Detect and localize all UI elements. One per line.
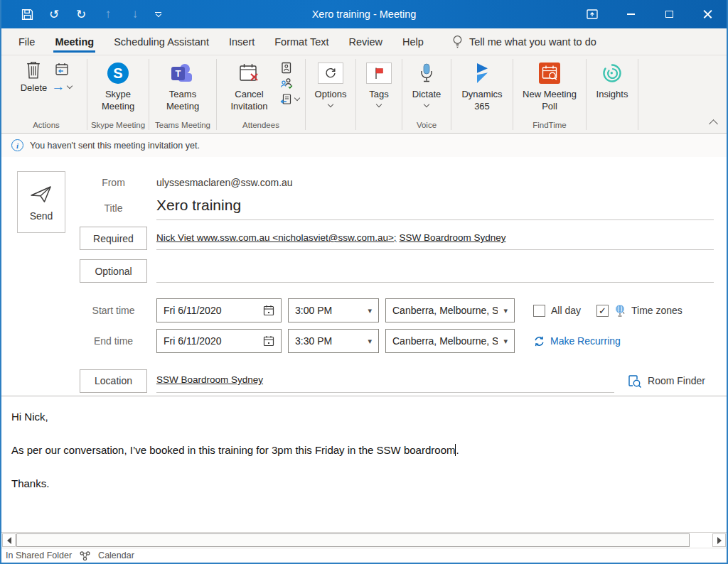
forward-button[interactable]: → [51, 81, 72, 92]
chevron-down-icon [424, 102, 429, 107]
end-time-value: 3:30 PM [295, 335, 332, 347]
skype-meeting-button[interactable]: S Skype Meeting [97, 60, 139, 119]
scroll-left-button[interactable] [2, 533, 16, 547]
tab-meeting[interactable]: Meeting [45, 28, 104, 55]
globe-icon [614, 304, 626, 317]
insights-button[interactable]: Insights [594, 60, 631, 119]
calendar-picker-icon[interactable] [263, 305, 274, 316]
close-button[interactable] [688, 0, 727, 28]
end-time-dropdown[interactable]: 3:30 PM ▾ [288, 329, 379, 353]
trash-icon [25, 60, 42, 80]
attendee-link[interactable]: Nick Viet www.ssw.com.au <nicholasviet@s… [156, 232, 397, 243]
calendar-status[interactable]: Calendar [98, 551, 134, 560]
start-time-dropdown[interactable]: 3:00 PM ▾ [288, 298, 379, 322]
all-day-checkbox[interactable]: All day [533, 305, 581, 317]
group-label-findtime: FindTime [513, 119, 586, 133]
body-closing: Thanks. [11, 477, 717, 489]
minimize-button[interactable] [611, 0, 650, 28]
tab-review[interactable]: Review [339, 28, 393, 55]
title-label: Title [80, 202, 147, 214]
ribbon-group-dynamics: Dynamics 365 [451, 55, 513, 133]
optional-button[interactable]: Optional [80, 259, 147, 283]
attendee-link[interactable]: SSW Boardroom Sydney [399, 232, 505, 243]
room-finder-icon [627, 374, 642, 389]
microphone-icon [419, 61, 434, 85]
ribbon-group-actions: Delete → Actions [6, 55, 87, 133]
tab-insert[interactable]: Insert [219, 28, 264, 55]
address-book-icon[interactable] [280, 62, 299, 74]
location-input[interactable]: SSW Boardroom Sydney [156, 369, 614, 393]
start-date-picker[interactable]: Fri 6/11/2020 [156, 298, 282, 322]
dictate-label: Dictate [412, 89, 441, 101]
group-label-skype: Skype Meeting [87, 119, 149, 133]
start-time-value: 3:00 PM [295, 305, 332, 316]
save-icon[interactable] [20, 7, 34, 21]
options-sync-icon [318, 63, 343, 84]
location-link[interactable]: SSW Boardroom Sydney [156, 374, 263, 385]
collapse-ribbon-icon[interactable] [709, 119, 718, 129]
horizontal-scrollbar[interactable] [1, 532, 727, 548]
ribbon-display-options-button[interactable] [573, 0, 611, 28]
group-label-attendees: Attendees [217, 119, 305, 133]
skype-meeting-label: Skype Meeting [100, 89, 136, 113]
dynamics-365-button[interactable]: Dynamics 365 [456, 60, 508, 119]
send-plane-icon [28, 183, 54, 205]
new-meeting-poll-button[interactable]: New Meeting Poll [519, 60, 580, 119]
room-finder-button[interactable]: Room Finder [627, 374, 714, 389]
end-timezone-dropdown[interactable]: Canberra, Melbourne, S ▾ [385, 329, 515, 353]
ribbon-group-voice: Dictate Voice [402, 55, 451, 133]
message-body[interactable]: Hi Nick, As per our conversation, I’ve b… [1, 396, 727, 532]
start-timezone-dropdown[interactable]: Canberra, Melbourne, S ▾ [385, 298, 515, 322]
scroll-right-button[interactable] [712, 533, 726, 547]
ribbon-separator [638, 59, 638, 130]
copy-to-calendar-icon[interactable] [55, 63, 69, 76]
chevron-down-icon [294, 95, 299, 101]
window-controls [573, 0, 727, 28]
tab-format-text[interactable]: Format Text [264, 28, 338, 55]
tell-me-box[interactable]: Tell me what you want to do [452, 28, 596, 55]
cancel-invitation-icon [238, 61, 261, 85]
tab-file[interactable]: File [9, 28, 45, 55]
options-button[interactable]: Options [312, 60, 350, 119]
tab-scheduling-assistant[interactable]: Scheduling Assistant [104, 28, 219, 55]
customize-quick-access-icon[interactable] [155, 12, 161, 17]
dictate-button[interactable]: Dictate [410, 60, 444, 119]
group-label-voice: Voice [402, 119, 451, 133]
title-input[interactable]: Xero training [156, 195, 714, 220]
required-button[interactable]: Required [80, 227, 147, 250]
make-recurring-button[interactable]: Make Recurring [533, 335, 621, 347]
chevron-down-icon [67, 82, 73, 88]
body-greeting: Hi Nick, [11, 411, 717, 423]
tags-button[interactable]: Tags [363, 60, 395, 119]
forward-arrow-icon: → [51, 81, 65, 92]
info-text: You haven't sent this meeting invitation… [30, 141, 200, 151]
skype-icon: S [107, 63, 129, 84]
delete-button[interactable]: Delete [21, 60, 48, 119]
required-input[interactable]: Nick Viet www.ssw.com.au <nicholasviet@s… [156, 227, 714, 250]
time-zones-checkbox[interactable]: ✓ Time zones [596, 304, 682, 317]
ribbon-group-insights: Insights [587, 55, 638, 133]
redo-icon[interactable]: ↻ [74, 7, 88, 21]
from-value[interactable]: ulyssesmaclaren@ssw.com.au [156, 177, 714, 188]
undo-icon[interactable]: ↺ [47, 7, 61, 21]
checkbox-unchecked[interactable] [533, 305, 545, 317]
chevron-down-icon [328, 102, 333, 107]
ribbon-group-tags: Tags [356, 55, 402, 133]
all-day-label: All day [551, 305, 581, 316]
send-button[interactable]: Send [17, 171, 65, 233]
chevron-down-icon: ▾ [368, 306, 372, 315]
end-date-picker[interactable]: Fri 6/11/2020 [156, 329, 282, 353]
calendar-picker-icon[interactable] [263, 335, 274, 347]
request-responses-icon[interactable] [280, 77, 299, 90]
optional-input[interactable] [156, 259, 714, 283]
tab-help[interactable]: Help [392, 28, 434, 55]
location-button[interactable]: Location [80, 369, 147, 393]
title-row: Title Xero training [80, 195, 714, 220]
response-options-button[interactable] [280, 93, 299, 105]
maximize-button[interactable] [650, 0, 688, 28]
scrollbar-thumb[interactable] [16, 533, 690, 547]
checkbox-checked[interactable]: ✓ [596, 305, 609, 317]
teams-meeting-button[interactable]: T Teams Meeting [161, 60, 204, 119]
meeting-form: Send From ulyssesmaclaren@ssw.com.au Tit… [1, 157, 727, 396]
cancel-invitation-button[interactable]: Cancel Invitation [223, 60, 276, 119]
